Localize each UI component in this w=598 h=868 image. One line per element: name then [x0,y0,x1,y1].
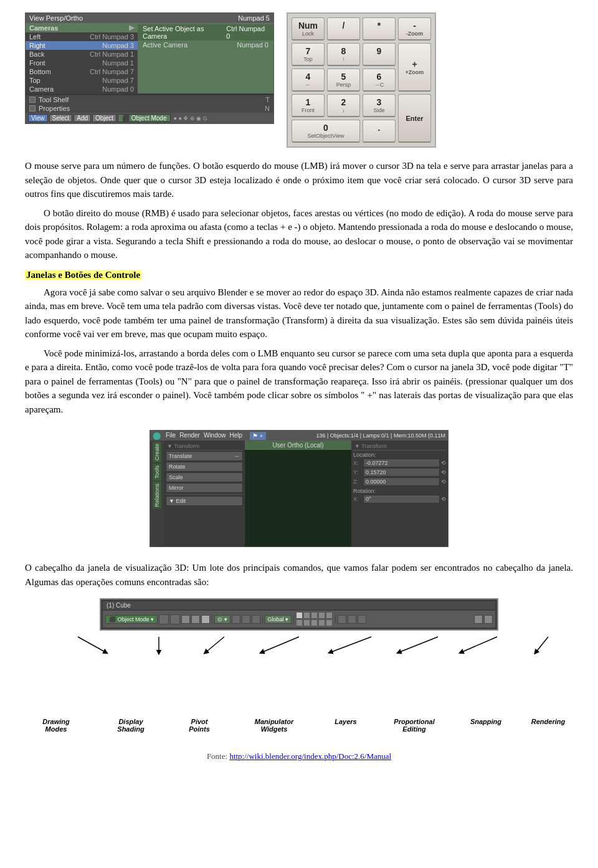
sub-item-shortcut: Ctrl Numpad 0 [226,25,268,40]
menu-item-top[interactable]: Top Numpad 7 [26,76,138,85]
item-shortcut: Numpad 0 [102,85,134,93]
prop-edit-icon[interactable] [338,615,346,624]
sc2-file[interactable]: File [166,432,176,440]
icon-btn-1[interactable] [159,614,169,624]
toolbar-select[interactable]: Select [49,114,73,122]
manip-icon-1[interactable] [232,615,240,624]
render-icon-1[interactable] [474,615,483,624]
btn-scale[interactable]: Scale [166,472,243,482]
loc-y-value[interactable]: 0.15720 [363,468,440,477]
key-label: 8 [329,46,358,56]
item-label: Left [29,33,40,41]
numpad-dot[interactable]: . [363,120,396,143]
shelf-label: Properties [39,105,70,112]
numpad-3[interactable]: 3 Side [363,94,396,117]
paragraph-3: Agora você já sabe como salvar o seu arq… [25,285,573,341]
btn-label: Mirror [169,485,184,491]
object-mode-btn[interactable]: ⬛ Object Mode ▾ [105,615,158,624]
numpad-1[interactable]: 1 Front [292,94,325,117]
loc-x-value[interactable]: -0.07272 [363,459,440,467]
sc2-tab-create[interactable]: Create [153,442,161,462]
layer-btn-4[interactable] [318,612,325,619]
numpad-star[interactable]: * [363,17,396,41]
numpad-slash[interactable]: / [327,17,360,41]
sc2-tab-tools[interactable]: Tools [153,464,161,480]
btn-mirror[interactable]: Mirror [166,483,243,493]
numpad-numlock[interactable]: Num Lock [292,17,325,41]
render-icon-2[interactable] [484,615,493,624]
footer: Fonte: http://wiki.blender.org/index.php… [25,751,573,761]
pivot-dropdown[interactable]: ⊙ ▾ [214,615,230,624]
separator-1 [212,615,212,624]
numpad-4[interactable]: 4 ← [292,69,325,92]
numpad-0[interactable]: 0 SetObjectView [292,120,360,143]
sc2-window[interactable]: Window [204,432,226,440]
numpad-9[interactable]: 9 [363,43,396,66]
sc2-left-tabs: Create Tools Relations [150,441,164,546]
paragraph-5: O cabeçalho da janela de visualização 3D… [25,561,573,589]
rot-x-label: X: [353,496,362,502]
toolbar-bar: View Select Add Object ⬛ Object Mode ● ●… [26,113,273,123]
numpad-8[interactable]: 8 ↑ [327,43,360,66]
layer-btn-7[interactable] [303,619,310,626]
key-label: - [400,21,429,31]
numpad-enter[interactable]: Enter [398,94,431,143]
snap-icon-2[interactable] [358,615,366,624]
layer-btn-3[interactable] [311,612,318,619]
sc2-tab-relations[interactable]: Relations [153,482,161,509]
menu-item-bottom[interactable]: Bottom Ctrl Numpad 7 [26,67,138,76]
footer-link[interactable]: http://wiki.blender.org/index.php/Doc:2.… [229,751,391,761]
toolbar-add[interactable]: Add [74,114,91,122]
label-text: Display [118,718,143,725]
toolbar-view[interactable]: View [28,114,48,122]
menu-item-front[interactable]: Front Numpad 1 [26,59,138,67]
menu-item-right[interactable]: Right Numpad 3 [26,41,138,50]
btn-rotate[interactable]: Rotate [166,462,243,472]
cameras-submenu: Cameras ▶ Left Ctrl Numpad 3 Right Numpa… [26,23,273,93]
sc2-left-panel: ▼ Transform Translate ↔ Rotate Scale Mir… [164,441,245,546]
sc2-help[interactable]: Help [230,432,243,440]
btn-edit[interactable]: ▼ Edit [166,496,243,506]
loc-z-value[interactable]: 0.00000 [363,477,440,486]
menu-item-back[interactable]: Back Ctrl Numpad 1 [26,50,138,59]
btn-translate[interactable]: Translate ↔ [166,451,243,461]
layer-btn-2[interactable] [303,612,310,619]
global-dropdown[interactable]: Global ▾ [265,615,292,624]
numpad-7[interactable]: 7 Top [292,43,325,66]
manip-icon-3[interactable] [252,615,260,624]
sc2-render[interactable]: Render [179,432,200,440]
menu-item-left[interactable]: Left Ctrl Numpad 3 [26,32,138,41]
sub-item-active-cam[interactable]: Active Camera Numpad 0 [138,41,273,49]
item-shortcut: Numpad 7 [102,77,134,84]
toolbar-mode[interactable]: ⬛ Object Mode [118,114,171,122]
label-layers: Layers [324,718,368,733]
layer-btn-8[interactable] [311,619,318,626]
sc2-flag: ⚑ + [250,432,266,440]
layer-btn-10[interactable] [326,619,333,626]
menu-item-camera[interactable]: Camera Numpad 0 [26,85,138,93]
layer-btn-6[interactable] [296,619,303,626]
viewport-area [245,450,351,546]
manip-icon-2[interactable] [242,615,250,624]
toolbar-diagram-wrapper: (1) Cube ⬛ Object Mode ▾ ⊙ ▾ [25,598,573,733]
display-icon-2[interactable] [191,615,200,624]
label-text2: Modes [45,725,67,733]
left-panel-title: ▼ Transform [166,442,243,451]
key-sub: Side [364,107,394,113]
icon-btn-2[interactable] [170,614,180,624]
layer-btn-5[interactable] [326,612,333,619]
display-icon-1[interactable] [181,615,190,624]
rot-x-value[interactable]: 0° [363,495,440,503]
toolbar-object[interactable]: Object [92,114,116,122]
sub-item-set-active[interactable]: Set Active Object as Camera Ctrl Numpad … [138,24,273,41]
snap-icon-1[interactable] [348,615,356,624]
display-icon-3[interactable] [201,615,210,624]
numpad-minus[interactable]: - -Zoom [398,17,431,41]
numpad-2[interactable]: 2 ↓ [327,94,360,117]
numpad-5[interactable]: 5 Persp [327,69,360,92]
layer-btn-1[interactable] [296,612,303,619]
item-label: Back [29,50,44,58]
numpad-plus[interactable]: + +Zoom [398,43,431,92]
numpad-6[interactable]: 6 →C [363,69,396,92]
layer-btn-9[interactable] [318,619,325,626]
